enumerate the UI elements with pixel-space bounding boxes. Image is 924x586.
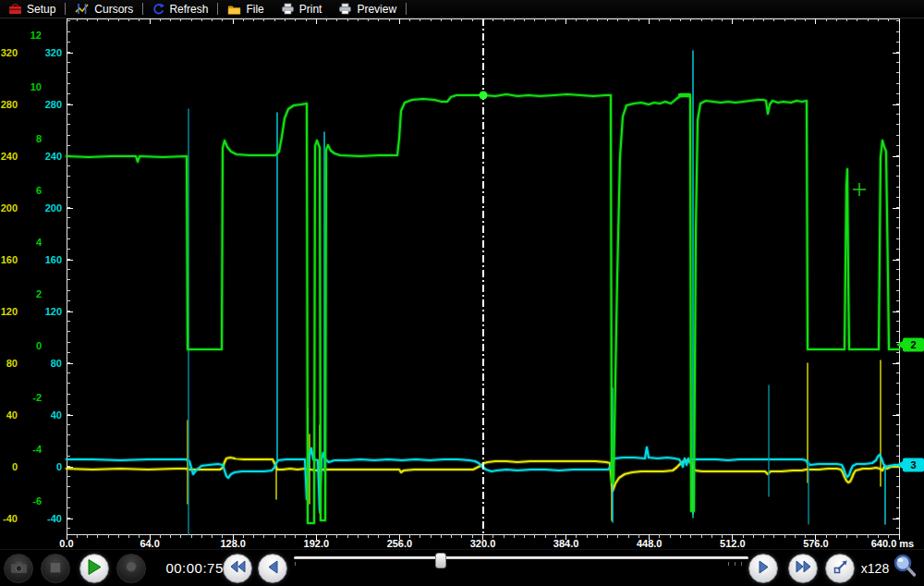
x-axis-label: 448.0	[637, 538, 663, 549]
zoom-tool-button[interactable]	[891, 554, 918, 581]
rewind-button[interactable]	[223, 554, 252, 583]
y-label-cyan: 120	[45, 306, 62, 317]
transport-bar: 00:00:752	[0, 549, 924, 586]
preview-button[interactable]: Preview	[330, 0, 405, 18]
toolbar-separator	[406, 3, 407, 15]
position-slider[interactable]	[294, 550, 748, 572]
x-axis-label: 64.0	[140, 538, 159, 549]
refresh-label: Refresh	[169, 3, 208, 16]
y-label-yellow: 280	[1, 99, 18, 110]
slider-track[interactable]	[294, 556, 748, 559]
snapshot-button[interactable]	[4, 554, 33, 583]
cursors-label: Cursors	[94, 3, 133, 16]
y-label-yellow: 160	[1, 254, 18, 265]
waveform-svg[interactable]: 0.064.0128.0192.0256.0320.0384.0448.0512…	[0, 17, 924, 549]
setup-label: Setup	[27, 3, 55, 16]
record-icon	[125, 560, 138, 577]
resize-arrow-icon	[833, 559, 848, 579]
y-label-cyan: 160	[45, 254, 62, 265]
cursors-icon	[75, 3, 90, 15]
y-label-cyan: 240	[45, 151, 62, 162]
step-back-icon	[268, 560, 278, 578]
fast-forward-button[interactable]	[788, 554, 818, 583]
top-toolbar: Setup Cursors Refresh File	[0, 0, 924, 18]
stop-button[interactable]	[41, 554, 70, 583]
y-label-yellow: 320	[1, 47, 18, 58]
folder-icon	[227, 4, 241, 15]
y-axis-labels: 3201232028010280240824020062001604160120…	[1, 30, 62, 524]
y-label-cyan: 200	[45, 202, 62, 214]
file-label: File	[246, 3, 263, 16]
y-label-green: 6	[36, 185, 42, 196]
zoom-factor-label: x128	[856, 551, 894, 586]
y-label-cyan: 40	[51, 409, 62, 421]
slider-tick	[728, 562, 729, 566]
toolbar-separator	[65, 3, 66, 15]
magnifier-icon	[891, 552, 918, 583]
x-axis-label: 0.0	[59, 538, 73, 549]
y-label-green: -4	[32, 444, 43, 455]
y-label-green: -6	[32, 495, 42, 507]
print-preview-icon	[338, 3, 352, 15]
y-label-green: 4	[36, 237, 43, 248]
slider-thumb[interactable]	[435, 553, 446, 568]
slider-tick	[741, 562, 742, 566]
rewind-icon	[230, 560, 246, 577]
crosshair-marker	[853, 183, 866, 196]
cursor-marker[interactable]	[480, 92, 488, 100]
x-axis-label: 192.0	[304, 538, 330, 549]
slider-tick	[735, 562, 736, 566]
step-forward-button[interactable]	[748, 554, 778, 583]
y-label-yellow: 40	[6, 409, 18, 421]
y-label-yellow: 240	[1, 151, 18, 162]
x-axis-label: 576.0	[803, 538, 829, 549]
x-axis-labels: 0.064.0128.0192.0256.0320.0384.0448.0512…	[59, 538, 914, 549]
y-label-green: 0	[36, 340, 42, 351]
oscilloscope-app: { "toolbar": { "items": [ {"label": "Set…	[0, 0, 924, 586]
waveform-plot-area[interactable]: 0.064.0128.0192.0256.0320.0384.0448.0512…	[0, 17, 924, 549]
cursors-button[interactable]: Cursors	[67, 0, 141, 18]
preview-label: Preview	[357, 3, 396, 16]
channel-badge-label: 3	[910, 459, 916, 470]
x-axis-label: 256.0	[387, 538, 413, 549]
toolbar-separator	[217, 3, 218, 15]
toolbar-separator	[142, 3, 143, 15]
play-button[interactable]	[79, 554, 109, 583]
play-icon	[88, 559, 102, 579]
y-label-yellow: 200	[1, 202, 18, 214]
channel-badge-label: 2	[910, 339, 916, 350]
y-label-green: 10	[30, 81, 42, 92]
file-button[interactable]: File	[219, 0, 272, 18]
camera-icon	[10, 560, 28, 578]
fast-forward-icon	[796, 560, 811, 577]
channel-badge-3[interactable]: 3	[896, 458, 924, 472]
refresh-icon	[152, 3, 164, 15]
setup-button[interactable]: Setup	[0, 0, 64, 18]
record-button[interactable]	[116, 554, 146, 583]
refresh-button[interactable]: Refresh	[144, 0, 216, 18]
fit-view-button[interactable]	[825, 554, 855, 583]
y-label-cyan: 280	[45, 99, 62, 110]
print-button[interactable]: Print	[273, 0, 331, 18]
y-label-yellow: 80	[6, 358, 18, 369]
y-label-green: 2	[36, 288, 42, 299]
print-label: Print	[299, 3, 322, 16]
y-label-cyan: 320	[45, 47, 62, 58]
x-axis-label: 384.0	[553, 538, 579, 549]
y-label-green: 8	[36, 133, 42, 144]
y-label-yellow: -40	[3, 513, 18, 524]
x-axis-label: 512.0	[720, 538, 746, 549]
y-label-cyan: -40	[47, 513, 62, 524]
x-axis-label: 320.0	[470, 538, 496, 549]
printer-icon	[281, 3, 295, 15]
time-cursor[interactable]	[480, 18, 488, 534]
toolbox-icon	[8, 3, 22, 15]
x-axis-label: 640.0 ms	[871, 538, 914, 549]
x-axis-label: 128.0	[220, 538, 246, 549]
y-label-green: -2	[32, 392, 42, 403]
slider-tick	[295, 562, 296, 566]
y-label-cyan: 0	[56, 461, 62, 472]
y-label-cyan: 80	[51, 358, 62, 369]
y-label-green: 12	[30, 30, 42, 41]
step-back-button[interactable]	[258, 554, 287, 583]
